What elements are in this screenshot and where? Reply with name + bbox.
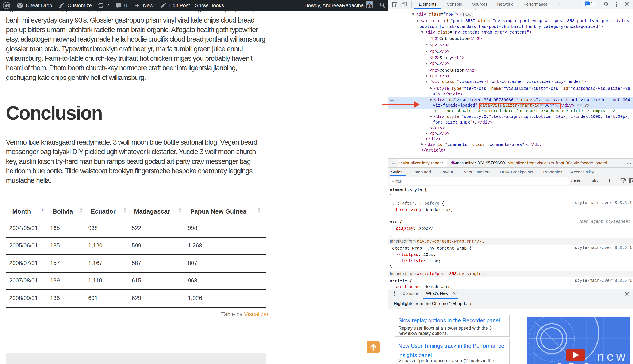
svg-text:104: 104 [552, 358, 590, 364]
svg-text:new: new [597, 349, 628, 363]
